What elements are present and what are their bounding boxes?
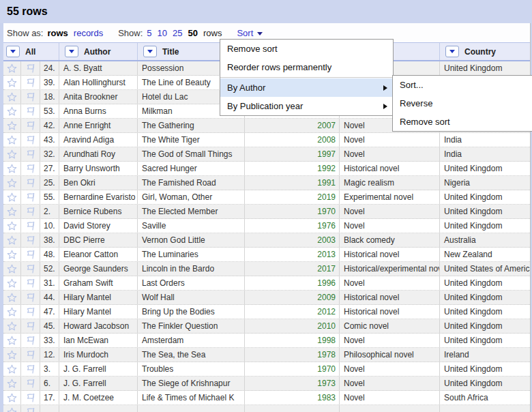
row-star-button[interactable] xyxy=(3,405,20,412)
flag-icon xyxy=(25,349,36,360)
sort-menu-item[interactable]: Reorder rows permanently xyxy=(220,58,393,76)
column-menu-button-author[interactable] xyxy=(65,46,78,57)
show-as-label: Show as: xyxy=(7,28,43,38)
row-flag-button[interactable] xyxy=(20,90,40,104)
row-star-button[interactable] xyxy=(3,391,20,404)
row-flag-button[interactable] xyxy=(20,334,40,347)
row-star-button[interactable] xyxy=(3,291,20,304)
row-title: The God of Small Things xyxy=(137,147,244,161)
row-star-button[interactable] xyxy=(3,319,20,333)
star-icon xyxy=(7,92,17,102)
row-star-button[interactable] xyxy=(3,104,20,118)
row-star-button[interactable] xyxy=(3,90,20,104)
row-author: Barry Unsworth xyxy=(59,162,137,175)
row-genre: Novel xyxy=(339,276,439,290)
sort-menu-item[interactable]: Remove sort xyxy=(220,40,393,58)
flag-icon xyxy=(25,335,36,346)
row-number: 32. xyxy=(40,147,59,161)
row-flag-button[interactable] xyxy=(20,391,40,404)
star-icon xyxy=(7,135,17,145)
star-icon xyxy=(7,178,17,188)
row-star-button[interactable] xyxy=(3,147,20,161)
row-star-button[interactable] xyxy=(3,61,20,75)
row-title: Troubles xyxy=(137,362,244,376)
row-flag-button[interactable] xyxy=(20,133,40,147)
row-flag-button[interactable] xyxy=(20,291,40,304)
flag-icon xyxy=(25,321,36,332)
row-flag-button[interactable] xyxy=(20,147,40,161)
row-star-button[interactable] xyxy=(3,348,20,362)
row-star-button[interactable] xyxy=(3,248,20,261)
row-year: 2012 xyxy=(244,305,339,319)
sort-menu-item[interactable]: By Author xyxy=(220,78,393,97)
row-flag-button[interactable] xyxy=(20,405,40,412)
row-flag-button[interactable] xyxy=(20,190,40,204)
row-country: South Africa xyxy=(439,391,530,404)
row-star-button[interactable] xyxy=(3,377,20,390)
row-flag-button[interactable] xyxy=(20,276,40,290)
row-title: Bring Up the Bodies xyxy=(137,305,244,319)
row-author: Bernice Rubens xyxy=(59,205,137,218)
row-star-button[interactable] xyxy=(3,176,20,190)
row-author: Iris Murdoch xyxy=(59,348,137,362)
row-star-button[interactable] xyxy=(3,133,20,147)
row-star-button[interactable] xyxy=(3,334,20,347)
row-number: 42. xyxy=(40,119,59,132)
sort-menu-item[interactable]: By Publication year xyxy=(220,97,393,115)
row-flag-button[interactable] xyxy=(20,319,40,333)
page-size-50-selected[interactable]: 50 xyxy=(188,28,198,38)
show-as-records-option[interactable]: records xyxy=(74,28,103,38)
column-header-author: Author xyxy=(59,43,137,60)
row-number: 47. xyxy=(40,305,59,319)
submenu-arrow-icon xyxy=(383,104,387,109)
row-flag-button[interactable] xyxy=(20,205,40,218)
page-size-25-link[interactable]: 25 xyxy=(173,28,182,38)
show-as-rows-option[interactable]: rows xyxy=(47,28,68,38)
row-flag-button[interactable] xyxy=(20,248,40,261)
row-title: Saville xyxy=(137,219,244,233)
row-star-button[interactable] xyxy=(3,162,20,175)
row-star-button[interactable] xyxy=(3,119,20,132)
row-flag-button[interactable] xyxy=(20,176,40,190)
row-flag-button[interactable] xyxy=(20,348,40,362)
sort-submenu-item[interactable]: Remove sort xyxy=(393,113,532,131)
row-number: 6. xyxy=(40,377,59,390)
row-flag-button[interactable] xyxy=(20,119,40,132)
star-icon xyxy=(7,78,17,88)
column-menu-button-all[interactable] xyxy=(6,46,20,57)
row-star-button[interactable] xyxy=(3,76,20,89)
row-flag-button[interactable] xyxy=(20,219,40,233)
column-menu-button-country[interactable] xyxy=(445,46,459,57)
row-star-button[interactable] xyxy=(3,276,20,290)
row-star-button[interactable] xyxy=(3,262,20,276)
row-title xyxy=(137,405,244,412)
flag-icon xyxy=(25,278,36,289)
table-row: 17.J. M. CoetzeeLife & Times of Michael … xyxy=(3,391,530,405)
row-flag-button[interactable] xyxy=(20,377,40,390)
row-star-button[interactable] xyxy=(3,233,20,247)
row-star-button[interactable] xyxy=(3,362,20,376)
row-flag-button[interactable] xyxy=(20,76,40,89)
page-size-10-link[interactable]: 10 xyxy=(158,28,167,38)
row-author: J. G. Farrell xyxy=(59,362,137,376)
row-star-button[interactable] xyxy=(3,219,20,233)
column-menu-button-title[interactable] xyxy=(143,46,157,57)
row-year: 1997 xyxy=(244,147,339,161)
sort-submenu-item[interactable]: Sort... xyxy=(393,76,532,94)
row-flag-button[interactable] xyxy=(20,233,40,247)
row-star-button[interactable] xyxy=(3,205,20,218)
sort-dropdown-button[interactable]: Sort xyxy=(237,28,263,38)
page-size-5-link[interactable]: 5 xyxy=(147,28,151,38)
row-flag-button[interactable] xyxy=(20,362,40,376)
row-flag-button[interactable] xyxy=(20,162,40,175)
row-author: Hilary Mantel xyxy=(59,305,137,319)
row-flag-button[interactable] xyxy=(20,305,40,319)
row-star-button[interactable] xyxy=(3,190,20,204)
row-flag-button[interactable] xyxy=(20,262,40,276)
row-flag-button[interactable] xyxy=(20,104,40,118)
sort-submenu-item[interactable]: Reverse xyxy=(393,94,532,113)
row-author: Ian McEwan xyxy=(59,334,137,347)
row-flag-button[interactable] xyxy=(20,61,40,75)
row-star-button[interactable] xyxy=(3,305,20,319)
row-country: United Kingdom xyxy=(439,61,530,75)
